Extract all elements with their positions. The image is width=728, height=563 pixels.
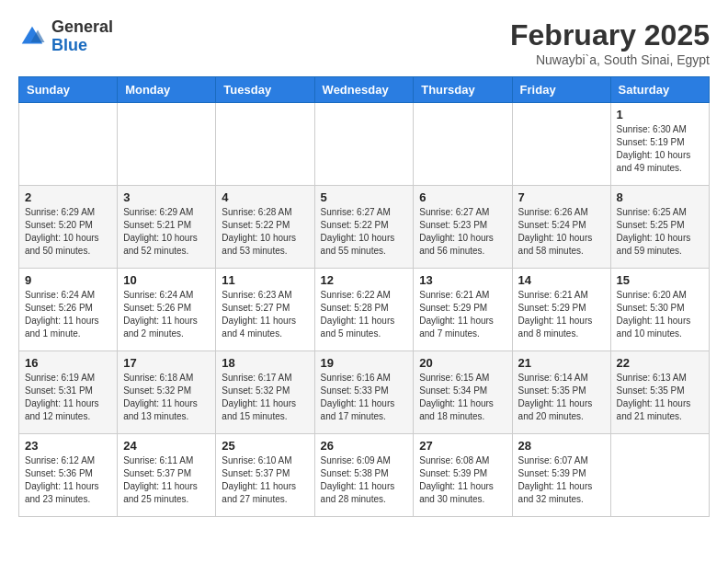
calendar-week-row: 16Sunrise: 6:19 AM Sunset: 5:31 PM Dayli… bbox=[19, 351, 710, 434]
calendar-week-row: 23Sunrise: 6:12 AM Sunset: 5:36 PM Dayli… bbox=[19, 434, 710, 517]
calendar-cell: 18Sunrise: 6:17 AM Sunset: 5:32 PM Dayli… bbox=[216, 351, 314, 434]
day-number: 18 bbox=[222, 356, 308, 370]
calendar-week-row: 9Sunrise: 6:24 AM Sunset: 5:26 PM Daylig… bbox=[19, 269, 710, 351]
calendar-cell: 6Sunrise: 6:27 AM Sunset: 5:23 PM Daylig… bbox=[414, 186, 512, 269]
day-number: 6 bbox=[419, 190, 506, 204]
calendar-cell bbox=[512, 103, 610, 186]
day-number: 10 bbox=[123, 273, 210, 287]
calendar-cell: 20Sunrise: 6:15 AM Sunset: 5:34 PM Dayli… bbox=[414, 351, 512, 434]
weekday-header-row: SundayMondayTuesdayWednesdayThursdayFrid… bbox=[19, 77, 710, 103]
calendar-table: SundayMondayTuesdayWednesdayThursdayFrid… bbox=[18, 76, 710, 517]
day-info: Sunrise: 6:29 AM Sunset: 5:21 PM Dayligh… bbox=[123, 206, 210, 258]
weekday-header-tuesday: Tuesday bbox=[216, 77, 314, 103]
day-info: Sunrise: 6:24 AM Sunset: 5:26 PM Dayligh… bbox=[123, 289, 210, 340]
calendar-cell: 14Sunrise: 6:21 AM Sunset: 5:29 PM Dayli… bbox=[512, 269, 610, 351]
day-info: Sunrise: 6:19 AM Sunset: 5:31 PM Dayligh… bbox=[25, 372, 111, 423]
day-info: Sunrise: 6:11 AM Sunset: 5:37 PM Dayligh… bbox=[123, 454, 210, 506]
calendar-cell: 1Sunrise: 6:30 AM Sunset: 5:19 PM Daylig… bbox=[610, 103, 709, 186]
calendar-cell bbox=[414, 103, 512, 186]
calendar-cell: 16Sunrise: 6:19 AM Sunset: 5:31 PM Dayli… bbox=[19, 351, 118, 434]
calendar-cell bbox=[19, 103, 118, 186]
day-info: Sunrise: 6:14 AM Sunset: 5:35 PM Dayligh… bbox=[518, 372, 605, 423]
day-info: Sunrise: 6:27 AM Sunset: 5:23 PM Dayligh… bbox=[419, 206, 506, 258]
day-number: 27 bbox=[419, 439, 506, 453]
calendar-cell: 10Sunrise: 6:24 AM Sunset: 5:26 PM Dayli… bbox=[118, 269, 216, 351]
calendar-cell: 15Sunrise: 6:20 AM Sunset: 5:30 PM Dayli… bbox=[610, 269, 709, 351]
day-number: 4 bbox=[222, 190, 308, 204]
weekday-header-friday: Friday bbox=[512, 77, 610, 103]
day-number: 28 bbox=[518, 439, 605, 453]
location-title: Nuwaybi`a, South Sinai, Egypt bbox=[510, 52, 710, 67]
day-number: 17 bbox=[123, 356, 210, 370]
calendar-cell: 27Sunrise: 6:08 AM Sunset: 5:39 PM Dayli… bbox=[414, 434, 512, 517]
calendar-cell: 23Sunrise: 6:12 AM Sunset: 5:36 PM Dayli… bbox=[19, 434, 118, 517]
day-info: Sunrise: 6:28 AM Sunset: 5:22 PM Dayligh… bbox=[222, 206, 308, 258]
logo-blue-text: Blue bbox=[51, 36, 87, 54]
day-info: Sunrise: 6:08 AM Sunset: 5:39 PM Dayligh… bbox=[419, 454, 506, 506]
day-info: Sunrise: 6:12 AM Sunset: 5:36 PM Dayligh… bbox=[25, 454, 111, 506]
calendar-cell: 26Sunrise: 6:09 AM Sunset: 5:38 PM Dayli… bbox=[314, 434, 414, 517]
calendar-week-row: 2Sunrise: 6:29 AM Sunset: 5:20 PM Daylig… bbox=[19, 186, 710, 269]
calendar-cell: 21Sunrise: 6:14 AM Sunset: 5:35 PM Dayli… bbox=[512, 351, 610, 434]
calendar-cell: 19Sunrise: 6:16 AM Sunset: 5:33 PM Dayli… bbox=[314, 351, 414, 434]
calendar-cell: 13Sunrise: 6:21 AM Sunset: 5:29 PM Dayli… bbox=[414, 269, 512, 351]
month-title: February 2025 bbox=[510, 18, 710, 52]
day-number: 16 bbox=[25, 356, 111, 370]
day-info: Sunrise: 6:30 AM Sunset: 5:19 PM Dayligh… bbox=[617, 123, 703, 175]
day-number: 7 bbox=[518, 190, 605, 204]
calendar-cell bbox=[118, 103, 216, 186]
calendar-cell: 17Sunrise: 6:18 AM Sunset: 5:32 PM Dayli… bbox=[118, 351, 216, 434]
calendar-cell: 4Sunrise: 6:28 AM Sunset: 5:22 PM Daylig… bbox=[216, 186, 314, 269]
day-info: Sunrise: 6:17 AM Sunset: 5:32 PM Dayligh… bbox=[222, 372, 308, 423]
day-info: Sunrise: 6:21 AM Sunset: 5:29 PM Dayligh… bbox=[419, 289, 506, 340]
page-header: General Blue February 2025 Nuwaybi`a, So… bbox=[18, 18, 710, 67]
day-number: 15 bbox=[617, 273, 703, 287]
day-number: 5 bbox=[321, 190, 408, 204]
calendar-cell: 7Sunrise: 6:26 AM Sunset: 5:24 PM Daylig… bbox=[512, 186, 610, 269]
weekday-header-monday: Monday bbox=[118, 77, 216, 103]
calendar-cell bbox=[610, 434, 709, 517]
day-number: 9 bbox=[25, 273, 111, 287]
day-number: 25 bbox=[222, 439, 308, 453]
day-number: 3 bbox=[123, 190, 210, 204]
day-number: 2 bbox=[25, 190, 111, 204]
day-info: Sunrise: 6:15 AM Sunset: 5:34 PM Dayligh… bbox=[419, 372, 506, 423]
day-info: Sunrise: 6:21 AM Sunset: 5:29 PM Dayligh… bbox=[518, 289, 605, 340]
logo-general-text: General bbox=[51, 17, 113, 36]
day-number: 14 bbox=[518, 273, 605, 287]
logo: General Blue bbox=[18, 18, 113, 55]
day-number: 11 bbox=[222, 273, 308, 287]
day-info: Sunrise: 6:25 AM Sunset: 5:25 PM Dayligh… bbox=[617, 206, 703, 258]
calendar-cell: 22Sunrise: 6:13 AM Sunset: 5:35 PM Dayli… bbox=[610, 351, 709, 434]
calendar-cell bbox=[314, 103, 414, 186]
day-info: Sunrise: 6:18 AM Sunset: 5:32 PM Dayligh… bbox=[123, 372, 210, 423]
calendar-week-row: 1Sunrise: 6:30 AM Sunset: 5:19 PM Daylig… bbox=[19, 103, 710, 186]
day-info: Sunrise: 6:29 AM Sunset: 5:20 PM Dayligh… bbox=[25, 206, 111, 258]
day-number: 21 bbox=[518, 356, 605, 370]
day-number: 23 bbox=[25, 439, 111, 453]
day-info: Sunrise: 6:10 AM Sunset: 5:37 PM Dayligh… bbox=[222, 454, 308, 506]
calendar-cell: 28Sunrise: 6:07 AM Sunset: 5:39 PM Dayli… bbox=[512, 434, 610, 517]
calendar-cell: 3Sunrise: 6:29 AM Sunset: 5:21 PM Daylig… bbox=[118, 186, 216, 269]
day-number: 24 bbox=[123, 439, 210, 453]
calendar-cell: 25Sunrise: 6:10 AM Sunset: 5:37 PM Dayli… bbox=[216, 434, 314, 517]
day-number: 1 bbox=[617, 108, 703, 121]
day-number: 8 bbox=[617, 190, 703, 204]
day-info: Sunrise: 6:23 AM Sunset: 5:27 PM Dayligh… bbox=[222, 289, 308, 340]
calendar-cell bbox=[216, 103, 314, 186]
calendar-cell: 5Sunrise: 6:27 AM Sunset: 5:22 PM Daylig… bbox=[314, 186, 414, 269]
weekday-header-thursday: Thursday bbox=[414, 77, 512, 103]
calendar-cell: 24Sunrise: 6:11 AM Sunset: 5:37 PM Dayli… bbox=[118, 434, 216, 517]
day-number: 12 bbox=[321, 273, 408, 287]
day-number: 19 bbox=[321, 356, 408, 370]
day-number: 20 bbox=[419, 356, 506, 370]
calendar-cell: 11Sunrise: 6:23 AM Sunset: 5:27 PM Dayli… bbox=[216, 269, 314, 351]
logo-icon bbox=[18, 23, 46, 51]
day-info: Sunrise: 6:09 AM Sunset: 5:38 PM Dayligh… bbox=[321, 454, 408, 506]
calendar-cell: 8Sunrise: 6:25 AM Sunset: 5:25 PM Daylig… bbox=[610, 186, 709, 269]
day-info: Sunrise: 6:13 AM Sunset: 5:35 PM Dayligh… bbox=[617, 372, 703, 423]
day-info: Sunrise: 6:26 AM Sunset: 5:24 PM Dayligh… bbox=[518, 206, 605, 258]
day-info: Sunrise: 6:20 AM Sunset: 5:30 PM Dayligh… bbox=[617, 289, 703, 340]
calendar-cell: 9Sunrise: 6:24 AM Sunset: 5:26 PM Daylig… bbox=[19, 269, 118, 351]
title-section: February 2025 Nuwaybi`a, South Sinai, Eg… bbox=[510, 18, 710, 67]
